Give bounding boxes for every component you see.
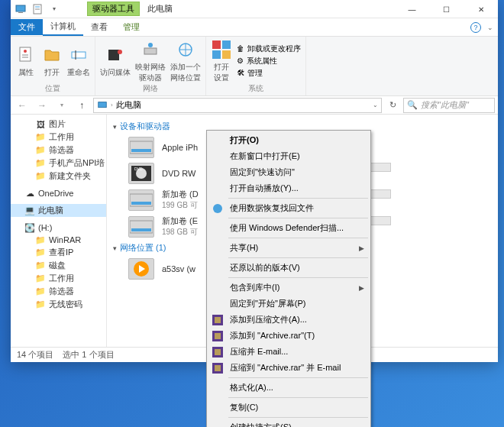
ribbon-open-settings[interactable]: 打开 设置: [211, 39, 232, 83]
gear-icon: ⚙: [237, 57, 244, 65]
tree-item-label: WinRAR: [49, 235, 81, 244]
svg-text:DVD: DVD: [134, 167, 143, 171]
ribbon-map-drive[interactable]: 映射网络 驱动器: [135, 39, 166, 83]
folder-icon: 📁: [35, 286, 46, 297]
tree-item[interactable]: 📁筛选器: [11, 144, 106, 157]
context-menu-item[interactable]: 固定到"开始"屏幕(P): [208, 296, 369, 312]
ribbon-uninstall[interactable]: 🗑卸载或更改程序: [237, 44, 301, 54]
context-menu-label: 共享(H): [230, 242, 258, 254]
tree-item[interactable]: 📁筛选器: [11, 285, 106, 298]
context-menu-label: 固定到"开始"屏幕(P): [230, 298, 305, 309]
qat-dropdown-icon[interactable]: ▾: [47, 2, 61, 16]
nav-up-button[interactable]: ↑: [73, 98, 90, 113]
context-menu-label: 还原以前的版本(V): [230, 262, 300, 273]
folder-icon: 📁: [35, 260, 46, 271]
folder-icon: 📁: [35, 132, 46, 143]
tab-file[interactable]: 文件: [11, 19, 43, 35]
computer-icon: 💻: [24, 205, 35, 216]
context-menu-item[interactable]: 使用数据恢复找回文件: [208, 200, 369, 216]
tree-item[interactable]: 📁WinRAR: [11, 234, 106, 246]
context-menu-item[interactable]: 打开自动播放(Y)...: [208, 180, 369, 196]
context-menu-item[interactable]: 使用 Windows Defender扫描...: [208, 220, 369, 236]
ribbon-sysprops[interactable]: ⚙系统属性: [237, 56, 301, 66]
folder-icon: 📁: [35, 247, 46, 258]
context-menu-item[interactable]: 压缩到 "Archive.rar" 并 E-mail: [208, 360, 369, 376]
tree-item[interactable]: 💽(H:): [11, 222, 106, 234]
dvd-icon: DVD: [128, 163, 154, 184]
tree-item[interactable]: 📁手机产品NPI培: [11, 157, 106, 170]
context-menu-item[interactable]: 固定到"快速访问": [208, 164, 369, 180]
context-menu-item[interactable]: 在新窗口中打开(E): [208, 148, 369, 164]
context-menu-item[interactable]: 创建快捷方式(S): [208, 419, 369, 427]
drive-icon: [128, 189, 154, 211]
tab-manage[interactable]: 管理: [115, 19, 147, 35]
tree-item-label: 筛选器: [49, 144, 74, 156]
tree-item[interactable]: 💻此电脑: [11, 204, 106, 217]
context-menu-item[interactable]: 添加到压缩文件(A)...: [208, 312, 369, 328]
context-menu-label: 打开自动播放(Y)...: [230, 183, 299, 194]
nav-back-button[interactable]: ←: [14, 98, 31, 113]
tree-item[interactable]: 📁新建文件夹: [11, 170, 106, 183]
nav-history-dropdown[interactable]: ▾: [53, 98, 70, 113]
refresh-button[interactable]: ↻: [385, 100, 400, 110]
context-menu-item[interactable]: 还原以前的版本(V): [208, 260, 369, 276]
rar-icon: [212, 362, 224, 374]
address-field[interactable]: › 此电脑 ⌄: [93, 98, 382, 113]
ribbon-add-network[interactable]: 添加一个 网络位置: [170, 39, 201, 83]
nav-forward-button[interactable]: →: [34, 98, 50, 113]
svg-rect-39: [215, 365, 221, 371]
ribbon-properties[interactable]: 属性: [15, 44, 37, 78]
maximize-button[interactable]: ☐: [429, 0, 464, 18]
context-menu-label: 复制(C): [230, 402, 258, 413]
tree-item[interactable]: 📁无线密码: [11, 298, 106, 311]
ribbon-manage[interactable]: 🛠管理: [237, 68, 301, 79]
folder-icon: 📁: [35, 235, 46, 245]
svg-rect-9: [72, 52, 86, 58]
close-button[interactable]: ✕: [464, 0, 498, 18]
minimize-button[interactable]: —: [395, 0, 429, 18]
tab-view[interactable]: 查看: [83, 19, 115, 35]
svg-rect-19: [222, 50, 231, 59]
ribbon-tabs: 文件 计算机 查看 管理 ? ⌄: [11, 18, 498, 37]
ribbon-rename[interactable]: 重命名: [67, 44, 90, 78]
help-icon[interactable]: ?: [470, 22, 481, 33]
quick-access-toolbar: ▾: [11, 2, 64, 16]
tree-item[interactable]: 📁工作用: [11, 272, 106, 285]
context-menu-item[interactable]: 包含到库中(I)▶: [208, 280, 369, 296]
tree-item[interactable]: ☁OneDrive: [11, 187, 106, 199]
rar-icon: [212, 346, 224, 358]
context-menu-label: 打开(O): [230, 134, 259, 146]
search-icon: 🔍: [407, 100, 418, 110]
tree-item[interactable]: 📁查看IP: [11, 246, 106, 259]
ribbon-group-network: 网络: [143, 83, 158, 94]
svg-point-12: [118, 50, 122, 54]
nav-tree[interactable]: 🖼图片📁工作用📁筛选器📁手机产品NPI培📁新建文件夹☁OneDrive💻此电脑💽…: [11, 115, 107, 347]
context-menu-item[interactable]: 添加到 "Archive.rar"(T): [208, 328, 369, 344]
ribbon-open[interactable]: 打开: [41, 44, 63, 78]
search-field[interactable]: 🔍 搜索"此电脑": [403, 98, 495, 113]
rar-icon: [212, 330, 224, 342]
tree-item[interactable]: 📁工作用: [11, 131, 106, 144]
ribbon-media[interactable]: 访问媒体: [100, 44, 131, 78]
context-menu-item[interactable]: 打开(O): [208, 132, 369, 148]
titlebar: ▾ 驱动器工具 此电脑 — ☐ ✕: [11, 0, 498, 18]
manage-icon: 🛠: [237, 69, 244, 77]
folder-icon: 📁: [35, 158, 46, 169]
recovery-icon: [212, 202, 224, 215]
svg-point-14: [148, 43, 153, 47]
context-menu-item[interactable]: 复制(C): [208, 400, 369, 416]
ribbon: 属性 打开 重命名 位置 访问媒体 映射网络 驱动器 添加一个 网络位置 网络 …: [11, 37, 498, 96]
qat-properties-icon[interactable]: [31, 2, 44, 16]
tree-item[interactable]: 📁磁盘: [11, 259, 106, 272]
collapse-ribbon-icon[interactable]: ⌄: [487, 24, 493, 31]
context-menu-item[interactable]: 格式化(A)...: [208, 380, 369, 396]
contextual-tab-label: 驱动器工具: [87, 2, 140, 16]
address-bar: ← → ▾ ↑ › 此电脑 ⌄ ↻ 🔍 搜索"此电脑": [11, 96, 498, 115]
tab-computer[interactable]: 计算机: [43, 18, 83, 36]
window-title: 此电脑: [147, 3, 173, 15]
tree-item-label: OneDrive: [38, 189, 73, 198]
context-menu-item[interactable]: 共享(H)▶: [208, 240, 369, 256]
folder-icon: 📁: [35, 273, 46, 284]
tree-item[interactable]: 🖼图片: [11, 118, 106, 131]
context-menu-item[interactable]: 压缩并 E-mail...: [208, 344, 369, 360]
